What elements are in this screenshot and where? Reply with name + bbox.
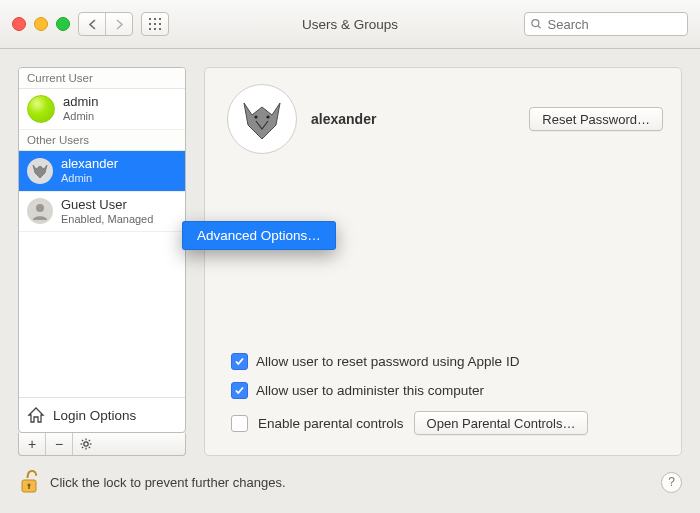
svg-line-17 <box>82 440 83 441</box>
user-meta: admin Admin <box>63 95 98 123</box>
user-header: alexander Reset Password… <box>227 84 663 154</box>
svg-rect-26 <box>28 485 30 489</box>
login-options-label: Login Options <box>53 408 136 423</box>
avatar-current <box>27 95 55 123</box>
svg-rect-2 <box>159 18 161 20</box>
user-name: Guest User <box>61 198 153 213</box>
svg-rect-5 <box>159 23 161 25</box>
gear-icon <box>80 438 92 450</box>
nav-buttons <box>78 12 133 36</box>
svg-rect-7 <box>154 28 156 30</box>
avatar-guest <box>27 198 53 224</box>
svg-rect-0 <box>149 18 151 20</box>
chevron-right-icon <box>115 19 124 30</box>
back-button[interactable] <box>79 13 106 35</box>
parental-checkbox[interactable] <box>231 415 248 432</box>
user-row-guest[interactable]: Guest User Enabled, Managed <box>19 192 185 233</box>
search-field[interactable] <box>524 12 688 36</box>
show-all-button[interactable] <box>141 12 169 36</box>
user-role: Admin <box>63 110 98 123</box>
toolbar: Users & Groups <box>0 0 700 49</box>
parental-label: Enable parental controls <box>258 416 404 431</box>
close-window-button[interactable] <box>12 17 26 31</box>
reset-password-button[interactable]: Reset Password… <box>529 107 663 131</box>
chevron-left-icon <box>88 19 97 30</box>
avatar-alexander <box>27 158 53 184</box>
svg-point-9 <box>532 20 539 27</box>
current-user-header: Current User <box>19 68 185 89</box>
context-menu: Advanced Options… <box>182 221 336 250</box>
svg-rect-1 <box>154 18 156 20</box>
sidebar-footer: + − <box>18 433 186 456</box>
display-name: alexander <box>311 111 376 127</box>
lock-button[interactable] <box>18 468 40 496</box>
user-row-current[interactable]: admin Admin <box>19 89 185 130</box>
lock-open-icon <box>19 469 39 495</box>
add-user-button[interactable]: + <box>19 433 46 455</box>
svg-point-23 <box>266 115 269 118</box>
search-icon <box>531 18 542 30</box>
actions-button[interactable] <box>73 433 99 455</box>
house-icon <box>27 406 45 424</box>
content-area: Current User admin Admin Other Users <box>0 49 700 456</box>
svg-line-20 <box>89 440 90 441</box>
svg-rect-4 <box>154 23 156 25</box>
window-controls <box>12 17 70 31</box>
allow-admin-row: Allow user to administer this computer <box>231 382 663 399</box>
remove-user-button[interactable]: − <box>46 433 73 455</box>
open-parental-button[interactable]: Open Parental Controls… <box>414 411 589 435</box>
zoom-window-button[interactable] <box>56 17 70 31</box>
minimize-window-button[interactable] <box>34 17 48 31</box>
svg-point-22 <box>254 115 257 118</box>
window-body: Current User admin Admin Other Users <box>0 49 700 513</box>
fox-icon <box>234 91 290 147</box>
allow-reset-checkbox[interactable] <box>231 353 248 370</box>
users-groups-window: Users & Groups Current User admin Admin <box>0 0 700 513</box>
grid-icon <box>149 18 161 30</box>
window-title: Users & Groups <box>302 17 398 32</box>
parental-row: Enable parental controls Open Parental C… <box>231 411 663 435</box>
svg-point-11 <box>36 204 44 212</box>
checkmark-icon <box>234 356 245 367</box>
user-row-alexander[interactable]: alexander Admin <box>19 151 185 192</box>
search-input[interactable] <box>546 16 681 33</box>
help-button[interactable]: ? <box>661 472 682 493</box>
allow-admin-label: Allow user to administer this computer <box>256 383 484 398</box>
sidebar: Current User admin Admin Other Users <box>18 67 186 456</box>
allow-admin-checkbox[interactable] <box>231 382 248 399</box>
user-meta: Guest User Enabled, Managed <box>61 198 153 226</box>
svg-point-12 <box>84 442 88 446</box>
svg-line-19 <box>82 447 83 448</box>
user-detail-pane: alexander Reset Password… Allow user to … <box>204 67 682 456</box>
svg-line-10 <box>538 26 541 29</box>
user-name: alexander <box>61 157 118 172</box>
user-options: Allow user to reset password using Apple… <box>227 353 663 439</box>
person-icon <box>30 201 50 221</box>
user-avatar[interactable] <box>227 84 297 154</box>
user-meta: alexander Admin <box>61 157 118 185</box>
footer: Click the lock to prevent further change… <box>0 456 700 513</box>
svg-line-18 <box>89 447 90 448</box>
user-name: admin <box>63 95 98 110</box>
user-list: Current User admin Admin Other Users <box>18 67 186 433</box>
checkmark-icon <box>234 385 245 396</box>
login-options-row[interactable]: Login Options <box>19 397 185 432</box>
forward-button[interactable] <box>106 13 132 35</box>
svg-rect-8 <box>159 28 161 30</box>
allow-reset-label: Allow user to reset password using Apple… <box>256 354 519 369</box>
fox-icon <box>30 161 50 181</box>
svg-rect-3 <box>149 23 151 25</box>
lock-text: Click the lock to prevent further change… <box>50 475 286 490</box>
user-role: Admin <box>61 172 118 185</box>
context-menu-item-advanced[interactable]: Advanced Options… <box>197 228 321 243</box>
allow-reset-row: Allow user to reset password using Apple… <box>231 353 663 370</box>
other-users-header: Other Users <box>19 130 185 151</box>
svg-rect-6 <box>149 28 151 30</box>
user-role: Enabled, Managed <box>61 213 153 226</box>
